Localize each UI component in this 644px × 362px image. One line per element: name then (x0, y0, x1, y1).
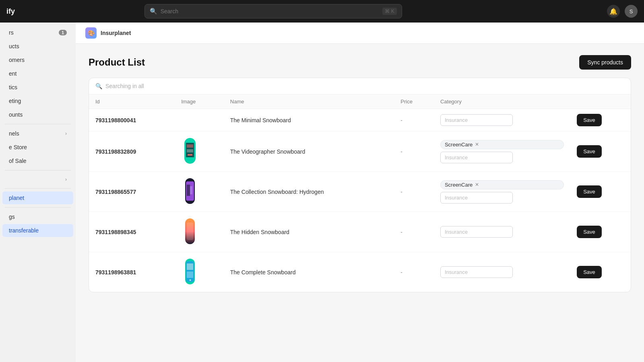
sidebar-item-orders-label: rs (9, 29, 14, 36)
sidebar-item-channels[interactable]: nels › (2, 127, 73, 140)
col-category: Category (434, 95, 631, 109)
page-title: Product List (89, 57, 145, 68)
search-input[interactable] (161, 8, 380, 14)
sidebar-divider-3 (5, 188, 71, 189)
category-input[interactable] (440, 192, 513, 204)
sidebar-item-products-label: ucts (9, 43, 19, 49)
content-area: 🎨 Insurplanet Product List Sync products… (76, 23, 644, 362)
page-header: Product List Sync products (89, 55, 631, 70)
remove-tag-button[interactable]: ✕ (475, 142, 479, 147)
category-input[interactable] (440, 226, 513, 238)
sidebar-item-customers[interactable]: omers (2, 53, 73, 66)
svg-rect-8 (190, 186, 192, 194)
sidebar-item-analytics[interactable]: tics (2, 81, 73, 94)
product-id: 7931198832809 (89, 132, 175, 172)
sidebar-item-settings[interactable]: gs (2, 210, 73, 223)
product-image-cell (175, 132, 224, 172)
category-tag: ScreenCare ✕ (440, 180, 564, 189)
product-image-cell: ★ (175, 252, 224, 292)
product-id: 7931198800041 (89, 109, 175, 132)
svg-rect-13 (187, 263, 193, 270)
sidebar-divider-2 (5, 170, 71, 171)
sidebar-item-shop[interactable]: planet (2, 191, 73, 204)
global-search-bar[interactable]: 🔍 ⌘ K (144, 4, 402, 19)
sidebar-divider-1 (5, 124, 71, 124)
sidebar-item-discounts-label: ounts (9, 111, 23, 118)
product-category-cell (434, 109, 570, 132)
product-image-cell (175, 172, 224, 212)
product-search-bar[interactable]: 🔍 (89, 78, 631, 95)
sidebar: rs 1 ucts omers ent tics eting ounts nel… (0, 23, 76, 362)
store-name: Insurplanet (101, 30, 131, 36)
product-price: - (394, 109, 434, 132)
sidebar-item-marketing[interactable]: eting (2, 95, 73, 107)
col-image: Image (175, 95, 224, 109)
product-save-cell: Save (570, 252, 631, 292)
save-button[interactable]: Save (577, 114, 602, 126)
table-row: 7931198800041The Minimal Snowboard-Save (89, 109, 631, 132)
app-logo: ify (6, 7, 39, 16)
product-list-card: 🔍 Id Image Name Price Category (89, 78, 631, 292)
category-input[interactable] (440, 266, 513, 278)
product-id: 7931198898345 (89, 212, 175, 252)
sidebar-item-online-store[interactable]: e Store (2, 141, 73, 154)
save-button[interactable]: Save (577, 145, 602, 158)
svg-text:★: ★ (189, 278, 192, 282)
col-name: Name (224, 95, 394, 109)
col-price: Price (394, 95, 434, 109)
tag-label: ScreenCare (445, 182, 473, 188)
product-search-input[interactable] (105, 83, 624, 89)
store-header: 🎨 Insurplanet (76, 23, 644, 44)
svg-rect-14 (187, 272, 193, 278)
product-id: 7931198865577 (89, 172, 175, 212)
product-save-cell: Save (570, 212, 631, 252)
product-name: The Minimal Snowboard (224, 109, 394, 132)
category-input[interactable] (440, 114, 513, 126)
product-name: The Collection Snowboard: Hydrogen (224, 172, 394, 212)
store-icon: 🎨 (85, 27, 97, 39)
user-avatar-button[interactable]: S (625, 5, 638, 18)
product-category-cell (434, 212, 570, 252)
sidebar-item-marketing-label: eting (9, 98, 21, 104)
category-input[interactable] (440, 152, 513, 163)
svg-rect-4 (188, 154, 192, 156)
nav-right: 🔔 S (607, 5, 638, 18)
sidebar-item-orders[interactable]: rs 1 (2, 26, 73, 39)
save-button[interactable]: Save (577, 226, 602, 238)
svg-rect-10 (187, 222, 193, 240)
product-id: 7931198963881 (89, 252, 175, 292)
sidebar-transferable-label: transferable (9, 227, 39, 234)
sidebar-channels-label: nels (9, 130, 19, 137)
table-row: 7931198963881 ★ The Complete Snowboard-S… (89, 252, 631, 292)
sidebar-item-transferable[interactable]: transferable (2, 224, 73, 237)
sidebar-item-customers-label: omers (9, 57, 25, 63)
product-name: The Videographer Snowboard (224, 132, 394, 172)
remove-tag-button[interactable]: ✕ (475, 182, 479, 187)
sidebar-shop-label: planet (9, 195, 24, 201)
table-row: 7931198832809 The Videographer Snowboard… (89, 132, 631, 172)
svg-rect-2 (187, 144, 193, 148)
chevron-right-icon: › (65, 131, 67, 136)
product-price: - (394, 132, 434, 172)
search-icon-card: 🔍 (95, 83, 102, 89)
chevron-right-icon-2: › (65, 177, 67, 182)
sidebar-item-discounts[interactable]: ounts (2, 108, 73, 121)
notification-bell-button[interactable]: 🔔 (607, 5, 620, 18)
product-image-cell (175, 109, 224, 132)
orders-badge: 1 (59, 30, 67, 35)
sidebar-item-pos[interactable]: of Sale (2, 154, 73, 167)
save-button[interactable]: Save (577, 185, 602, 198)
table-row: 7931198865577 The Collection Snowboard: … (89, 172, 631, 212)
sidebar-item-toggle-2[interactable]: › (2, 173, 73, 185)
sync-products-button[interactable]: Sync products (579, 55, 631, 70)
product-save-cell: Save (570, 172, 631, 212)
sidebar-item-analytics-label: tics (9, 84, 17, 90)
sidebar-item-content[interactable]: ent (2, 67, 73, 80)
top-nav: ify 🔍 ⌘ K 🔔 S (0, 0, 644, 23)
sidebar-item-content-label: ent (9, 70, 17, 77)
sidebar-item-products[interactable]: ucts (2, 40, 73, 53)
save-button[interactable]: Save (577, 266, 602, 278)
product-category-cell: ScreenCare ✕ (434, 172, 570, 212)
product-price: - (394, 252, 434, 292)
sidebar-settings-label: gs (9, 214, 15, 220)
